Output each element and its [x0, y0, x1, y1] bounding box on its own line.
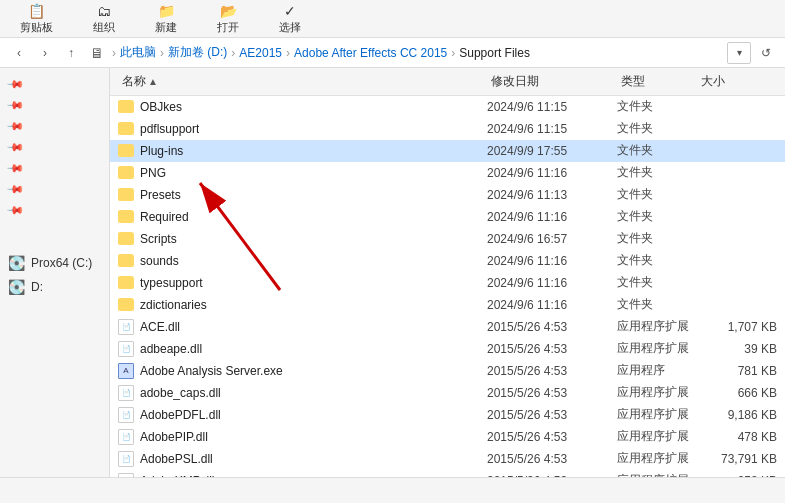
col-header-name[interactable]: 名称 ▲	[118, 71, 487, 92]
drive-icon: 💽	[8, 255, 25, 271]
back-button[interactable]: ‹	[8, 42, 30, 64]
organize-icon: 🗂	[97, 3, 111, 19]
table-row[interactable]: typesupport 2024/9/6 11:16 文件夹	[110, 272, 785, 294]
table-row[interactable]: zdictionaries 2024/9/6 11:16 文件夹	[110, 294, 785, 316]
up-button[interactable]: ↑	[60, 42, 82, 64]
file-name: AdobePIP.dll	[140, 430, 208, 444]
breadcrumb-dropdown[interactable]: ▾	[727, 42, 751, 64]
sidebar-pinned-6[interactable]: 📌	[0, 179, 109, 200]
file-name: AdobeXMP.dll	[140, 474, 215, 478]
forward-button[interactable]: ›	[34, 42, 56, 64]
folder-icon	[118, 210, 134, 223]
sidebar-pinned-7[interactable]: 📌	[0, 200, 109, 221]
table-row[interactable]: 📄 AdobeXMP.dll 2015/5/26 4:53 应用程序扩展 958…	[110, 470, 785, 477]
file-type: 文件夹	[617, 120, 697, 137]
table-row[interactable]: 📄 AdobePDFL.dll 2015/5/26 4:53 应用程序扩展 9,…	[110, 404, 785, 426]
pin-icon: 📌	[5, 138, 24, 157]
dll-icon: 📄	[118, 473, 134, 478]
table-row[interactable]: PNG 2024/9/6 11:16 文件夹	[110, 162, 785, 184]
file-name: ACE.dll	[140, 320, 180, 334]
file-type: 应用程序扩展	[617, 406, 697, 423]
dll-icon: 📄	[118, 429, 134, 445]
file-rows-container: OBJkes 2024/9/6 11:15 文件夹 pdflsupport 20…	[110, 96, 785, 477]
breadcrumb-ae2015[interactable]: AE2015	[239, 46, 282, 60]
sidebar-pinned-2[interactable]: 📌	[0, 95, 109, 116]
file-name-cell: Plug-ins	[118, 144, 487, 158]
file-type: 文件夹	[617, 98, 697, 115]
table-row[interactable]: 📄 ACE.dll 2015/5/26 4:53 应用程序扩展 1,707 KB	[110, 316, 785, 338]
file-size: 39 KB	[697, 342, 777, 356]
pin-icon: 📌	[5, 96, 24, 115]
table-row[interactable]: sounds 2024/9/6 11:16 文件夹	[110, 250, 785, 272]
file-date: 2024/9/6 11:16	[487, 166, 617, 180]
sidebar-pinned-4[interactable]: 📌	[0, 137, 109, 158]
dll-icon: 📄	[118, 385, 134, 401]
table-row[interactable]: Presets 2024/9/6 11:13 文件夹	[110, 184, 785, 206]
toolbar-clipboard[interactable]: 📋 剪贴板	[10, 1, 63, 37]
file-type: 文件夹	[617, 230, 697, 247]
file-name: AdobePSL.dll	[140, 452, 213, 466]
file-size: 478 KB	[697, 430, 777, 444]
file-date: 2015/5/26 4:53	[487, 430, 617, 444]
sidebar-drive-d[interactable]: 💽 D:	[0, 275, 109, 299]
file-name: zdictionaries	[140, 298, 207, 312]
table-row[interactable]: 📄 adobe_caps.dll 2015/5/26 4:53 应用程序扩展 6…	[110, 382, 785, 404]
col-header-size[interactable]: 大小	[697, 71, 777, 92]
table-row[interactable]: pdflsupport 2024/9/6 11:15 文件夹	[110, 118, 785, 140]
file-type: 文件夹	[617, 142, 697, 159]
breadcrumb-ae-app[interactable]: Adobe After Effects CC 2015	[294, 46, 447, 60]
folder-icon	[118, 188, 134, 201]
file-size: 781 KB	[697, 364, 777, 378]
col-header-type[interactable]: 类型	[617, 71, 697, 92]
folder-icon	[118, 276, 134, 289]
file-name-cell: 📄 AdobePDFL.dll	[118, 407, 487, 423]
file-name-cell: 📄 AdobePIP.dll	[118, 429, 487, 445]
file-name-cell: zdictionaries	[118, 298, 487, 312]
toolbar-organize[interactable]: 🗂 组织	[83, 1, 125, 37]
file-name-cell: A Adobe Analysis Server.exe	[118, 363, 487, 379]
folder-icon	[118, 144, 134, 157]
table-row[interactable]: OBJkes 2024/9/6 11:15 文件夹	[110, 96, 785, 118]
toolbar-new[interactable]: 📁 新建	[145, 1, 187, 37]
file-date: 2015/5/26 4:53	[487, 320, 617, 334]
table-row[interactable]: 📄 adbeape.dll 2015/5/26 4:53 应用程序扩展 39 K…	[110, 338, 785, 360]
sidebar-pinned-3[interactable]: 📌	[0, 116, 109, 137]
breadcrumb-this-pc[interactable]: 此电脑	[120, 44, 156, 61]
column-headers: 名称 ▲ 修改日期 类型 大小	[110, 68, 785, 96]
toolbar-select[interactable]: ✓ 选择	[269, 1, 311, 37]
file-date: 2024/9/6 11:16	[487, 276, 617, 290]
table-row[interactable]: Required 2024/9/6 11:16 文件夹	[110, 206, 785, 228]
file-name-cell: 📄 ACE.dll	[118, 319, 487, 335]
file-type: 应用程序扩展	[617, 384, 697, 401]
file-name-cell: 📄 AdobeXMP.dll	[118, 473, 487, 478]
sidebar-pinned-1[interactable]: 📌	[0, 74, 109, 95]
breadcrumb-bar: ‹ › ↑ 🖥 › 此电脑 › 新加卷 (D:) › AE2015 › Adob…	[0, 38, 785, 68]
file-name: pdflsupport	[140, 122, 199, 136]
table-row[interactable]: 📄 AdobePSL.dll 2015/5/26 4:53 应用程序扩展 73,…	[110, 448, 785, 470]
breadcrumb-drive[interactable]: 新加卷 (D:)	[168, 44, 227, 61]
table-row[interactable]: 📄 AdobePIP.dll 2015/5/26 4:53 应用程序扩展 478…	[110, 426, 785, 448]
file-date: 2024/9/9 17:55	[487, 144, 617, 158]
sidebar-drive-c[interactable]: 💽 Prox64 (C:)	[0, 251, 109, 275]
table-row[interactable]: Plug-ins 2024/9/9 17:55 文件夹	[110, 140, 785, 162]
col-header-modified[interactable]: 修改日期	[487, 71, 617, 92]
file-size: 1,707 KB	[697, 320, 777, 334]
file-date: 2024/9/6 11:15	[487, 122, 617, 136]
toolbar-open[interactable]: 📂 打开	[207, 1, 249, 37]
table-row[interactable]: Scripts 2024/9/6 16:57 文件夹	[110, 228, 785, 250]
sidebar-pinned-5[interactable]: 📌	[0, 158, 109, 179]
file-name-cell: Presets	[118, 188, 487, 202]
file-date: 2024/9/6 11:16	[487, 254, 617, 268]
table-row[interactable]: A Adobe Analysis Server.exe 2015/5/26 4:…	[110, 360, 785, 382]
file-type: 应用程序扩展	[617, 340, 697, 357]
file-type: 应用程序扩展	[617, 472, 697, 477]
home-icon[interactable]: 🖥	[86, 42, 108, 64]
file-type: 文件夹	[617, 164, 697, 181]
breadcrumb: 🖥 › 此电脑 › 新加卷 (D:) › AE2015 › Adobe Afte…	[86, 42, 723, 64]
refresh-button[interactable]: ↺	[755, 42, 777, 64]
toolbar-clipboard-label: 剪贴板	[20, 20, 53, 35]
file-name: Scripts	[140, 232, 177, 246]
file-date: 2015/5/26 4:53	[487, 342, 617, 356]
file-size: 666 KB	[697, 386, 777, 400]
file-date: 2015/5/26 4:53	[487, 408, 617, 422]
